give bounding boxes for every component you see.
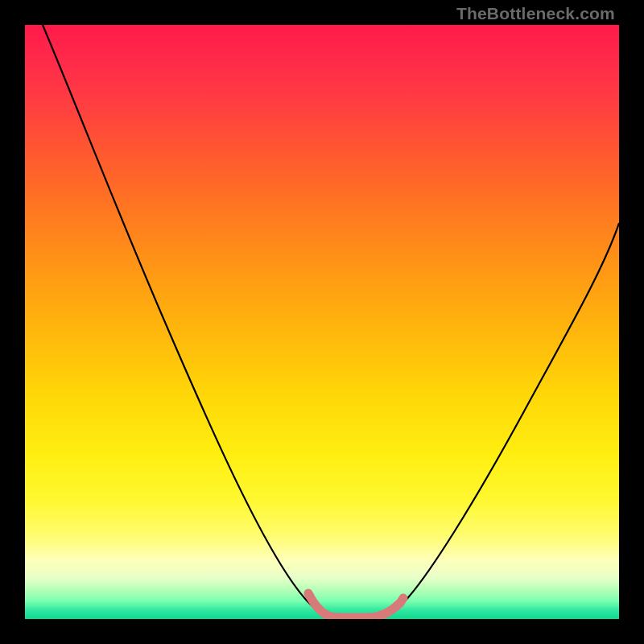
watermark-text: TheBottleneck.com — [456, 4, 615, 23]
plot-area — [25, 25, 619, 619]
curve-layer — [25, 25, 619, 619]
chart-frame: TheBottleneck.com — [0, 0, 644, 644]
main-curve — [43, 25, 619, 618]
bottom-marker — [308, 593, 403, 617]
